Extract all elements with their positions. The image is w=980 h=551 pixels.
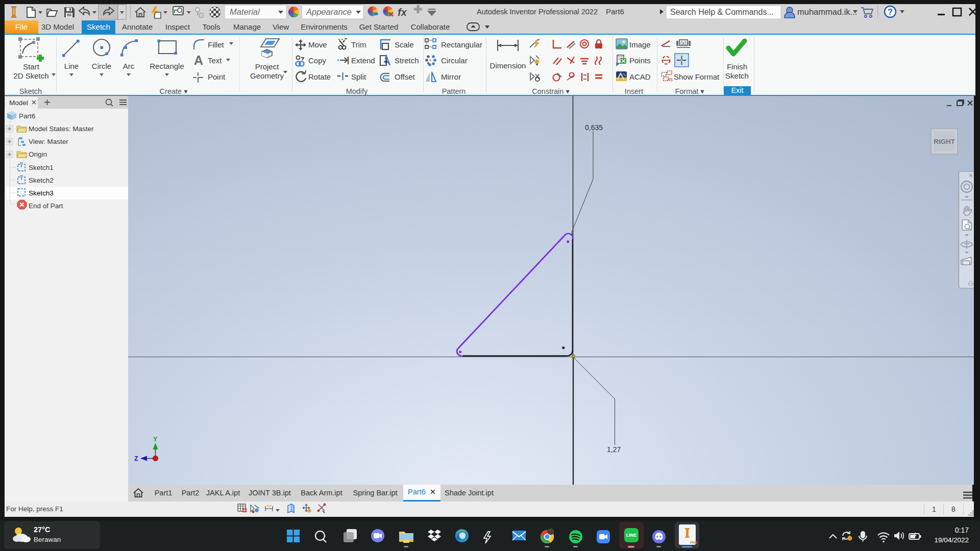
svg-text:A: A: [194, 53, 203, 67]
svg-text:Part6: Part6: [606, 7, 624, 16]
svg-text:Material: Material: [230, 7, 260, 16]
svg-text:fx: fx: [398, 7, 407, 18]
svg-text:0,635: 0,635: [585, 123, 603, 132]
svg-text:PRO: PRO: [690, 541, 697, 544]
svg-text:?: ?: [888, 8, 893, 16]
svg-text:Autodesk Inventor Professional: Autodesk Inventor Professional 2022: [477, 8, 598, 16]
svg-text:muhammad.ik...: muhammad.ik...: [797, 7, 857, 16]
svg-text:RIGHT: RIGHT: [934, 138, 955, 145]
svg-text:Appearance: Appearance: [306, 7, 352, 16]
svg-text:LINE: LINE: [626, 533, 637, 538]
svg-text:Search Help & Commands...: Search Help & Commands...: [670, 8, 774, 16]
svg-text:Y: Y: [153, 436, 158, 443]
svg-text:Z: Z: [134, 455, 138, 462]
svg-text:(x): (x): [680, 40, 687, 46]
svg-text:45: 45: [668, 77, 673, 82]
svg-text:1,27: 1,27: [607, 445, 621, 454]
